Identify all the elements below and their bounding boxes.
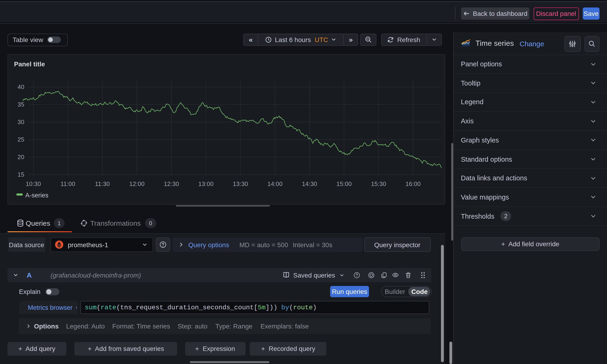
svg-text:11:30: 11:30 [95,181,110,188]
svg-text:10:30: 10:30 [26,181,41,188]
svg-text:12:00: 12:00 [129,181,145,188]
svg-text:15:00: 15:00 [337,181,352,188]
svg-text:12:30: 12:30 [164,181,179,188]
svg-text:40: 40 [17,84,24,91]
svg-text:25: 25 [17,136,24,143]
svg-text:20: 20 [17,154,24,161]
svg-text:15:30: 15:30 [371,181,386,188]
svg-text:30: 30 [17,119,24,126]
svg-text:15: 15 [17,171,24,178]
svg-text:16:00: 16:00 [405,181,421,188]
svg-text:A-series: A-series [25,192,48,199]
svg-text:13:30: 13:30 [233,181,248,188]
svg-text:14:00: 14:00 [267,181,283,188]
svg-text:11:00: 11:00 [61,181,75,188]
svg-text:13:00: 13:00 [198,181,214,188]
svg-text:14:30: 14:30 [302,181,317,188]
svg-text:35: 35 [17,101,24,108]
